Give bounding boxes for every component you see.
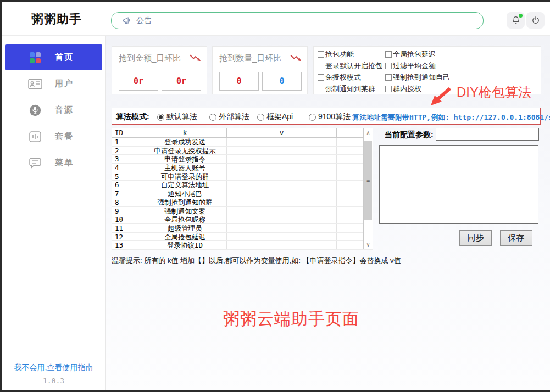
stat-title: 抢到金额_日环比 xyxy=(119,53,181,64)
sidebar-item-label: 首页 xyxy=(55,52,74,63)
cell-id: 4 xyxy=(112,164,143,172)
cell-k: 申请登录指令 xyxy=(143,155,227,163)
column-header-k: k xyxy=(143,128,227,137)
algorithm-note: 算法地址需要附带HTTP,例如: http://127.0.0.1:8081/s… xyxy=(352,113,550,122)
table-row[interactable]: 6 自定义算法地址 xyxy=(112,181,373,189)
notifications-button[interactable] xyxy=(507,12,525,29)
column-header-empty xyxy=(337,128,363,137)
radio-icon[interactable] xyxy=(309,114,316,121)
sidebar-item-users[interactable]: 用户 xyxy=(5,71,102,97)
radio-label: 9100算法 xyxy=(318,112,351,122)
config-textarea[interactable] xyxy=(379,145,538,224)
scrollbar-thumb[interactable]: ≡ xyxy=(364,141,372,220)
cell-id: 1 xyxy=(112,138,143,146)
sidebar-item-label: 套餐 xyxy=(55,131,74,142)
table-header-row: ID k v xyxy=(112,128,373,138)
annotation-arrow-icon xyxy=(427,86,453,107)
table-row[interactable]: 3 申请登录指令 xyxy=(112,155,373,164)
table-scrollbar[interactable]: ∧ ≡ ∨ xyxy=(363,128,373,249)
table-row[interactable]: 8 强制抢到通知的群 xyxy=(112,198,373,207)
table-row[interactable]: 12 全局抢包延迟 xyxy=(112,233,373,242)
stat-card-amount: 抢到金额_日环比 0r 0r xyxy=(112,46,207,94)
checkbox-label: 强制通知到某群 xyxy=(325,84,375,94)
cell-id: 3 xyxy=(112,155,143,163)
checkbox[interactable] xyxy=(318,74,324,81)
radio-icon[interactable] xyxy=(257,114,264,121)
cell-id: 13 xyxy=(112,241,143,249)
stat-value-box: 0r xyxy=(119,72,158,91)
table-row[interactable]: 2 申请登录无授权提示 xyxy=(112,147,373,155)
checkbox-option[interactable]: 过滤平均金额 xyxy=(385,60,450,71)
checkbox[interactable] xyxy=(318,63,324,69)
sidebar-item-home[interactable]: 首页 xyxy=(5,44,102,70)
cell-id: 12 xyxy=(112,233,143,241)
equalizer-icon xyxy=(27,131,43,142)
power-icon xyxy=(531,15,541,25)
cell-empty xyxy=(337,164,363,172)
checkbox[interactable] xyxy=(318,51,324,58)
cell-v xyxy=(227,138,337,146)
power-button[interactable] xyxy=(526,12,545,29)
algorithm-radio-framework-api[interactable]: 框架Api xyxy=(257,112,293,122)
checkbox[interactable] xyxy=(385,51,392,58)
config-params-input[interactable] xyxy=(436,128,539,141)
scrollbar-up-arrow-icon[interactable]: ∧ xyxy=(364,128,373,137)
checkbox[interactable] xyxy=(385,63,392,69)
cell-k: 全局抢包延迟 xyxy=(143,233,227,241)
sidebar-item-label: 音源 xyxy=(55,105,74,115)
cell-k: 可申请登录的群 xyxy=(143,172,227,181)
cell-empty xyxy=(337,181,363,189)
table-row[interactable]: 13 登录协议ID xyxy=(112,241,373,250)
checkbox-option[interactable]: 登录默认开启抢包 xyxy=(318,60,382,71)
sidebar-item-menu[interactable]: 菜单 xyxy=(5,150,102,176)
announcement-bar[interactable]: 公告 xyxy=(111,12,484,29)
id-card-icon xyxy=(27,79,43,89)
cell-id: 6 xyxy=(112,181,143,189)
table-row[interactable]: 9 强制通知文案 xyxy=(112,207,373,216)
checkbox-label: 过滤平均金额 xyxy=(393,61,436,71)
cell-k: 强制通知文案 xyxy=(143,207,227,215)
checkbox[interactable] xyxy=(385,86,392,92)
algorithm-mode-label: 算法模式: xyxy=(116,112,149,122)
checkbox-option[interactable]: 全局抢包延迟 xyxy=(385,48,450,60)
trend-down-icon xyxy=(290,54,302,62)
table-row[interactable]: 1 登录成功发送 xyxy=(112,138,373,147)
options-column-1: 抢包功能 登录默认开启抢包 免授权模式 强制通知到某群 xyxy=(318,48,382,94)
cell-id: 10 xyxy=(112,215,143,223)
radio-icon[interactable] xyxy=(157,114,164,121)
algorithm-radio-external[interactable]: 外部算法 xyxy=(209,112,249,122)
cell-empty xyxy=(337,155,363,163)
cell-v xyxy=(227,155,337,163)
checkbox-option[interactable]: 强制通知到某群 xyxy=(318,83,382,94)
save-button[interactable]: 保存 xyxy=(500,230,532,246)
checkbox[interactable] xyxy=(385,74,392,81)
sidebar-item-audio[interactable]: 音源 xyxy=(5,97,102,123)
sidebar-item-packages[interactable]: 套餐 xyxy=(5,124,102,149)
table-row[interactable]: 10 全局抢包昵称 xyxy=(112,215,373,224)
radio-label: 框架Api xyxy=(266,112,293,122)
checkbox-option[interactable]: 抢包功能 xyxy=(318,48,382,60)
cell-v xyxy=(227,207,337,215)
checkbox[interactable] xyxy=(318,86,324,92)
checkbox-option[interactable]: 免授权模式 xyxy=(318,71,382,83)
cell-id: 7 xyxy=(112,189,143,198)
radio-label: 外部算法 xyxy=(219,112,249,122)
radio-icon[interactable] xyxy=(209,114,216,121)
checkbox-option[interactable]: 强制抢到通知自己 xyxy=(385,71,450,83)
table-row[interactable]: 4 主机器人账号 xyxy=(112,164,373,172)
table-row[interactable]: 7 通知小尾巴 xyxy=(112,189,373,198)
algorithm-radio-9100[interactable]: 9100算法 xyxy=(309,112,351,122)
cell-empty xyxy=(337,207,363,215)
sync-button[interactable]: 同步 xyxy=(459,230,492,246)
cell-v xyxy=(227,147,337,155)
table-row[interactable]: 5 可申请登录的群 xyxy=(112,172,373,181)
cell-id: 11 xyxy=(112,224,143,232)
trend-down-icon xyxy=(190,54,201,62)
scrollbar-down-arrow-icon[interactable]: ∨ xyxy=(364,240,373,249)
cell-id: 2 xyxy=(112,147,143,155)
usage-guide-link[interactable]: 我不会用,查看使用指南 xyxy=(2,363,105,373)
algorithm-radio-default[interactable]: 默认算法 xyxy=(157,112,197,122)
cell-v xyxy=(227,198,337,206)
table-row[interactable]: 11 超级管理员 xyxy=(112,224,373,233)
cell-empty xyxy=(337,198,363,206)
